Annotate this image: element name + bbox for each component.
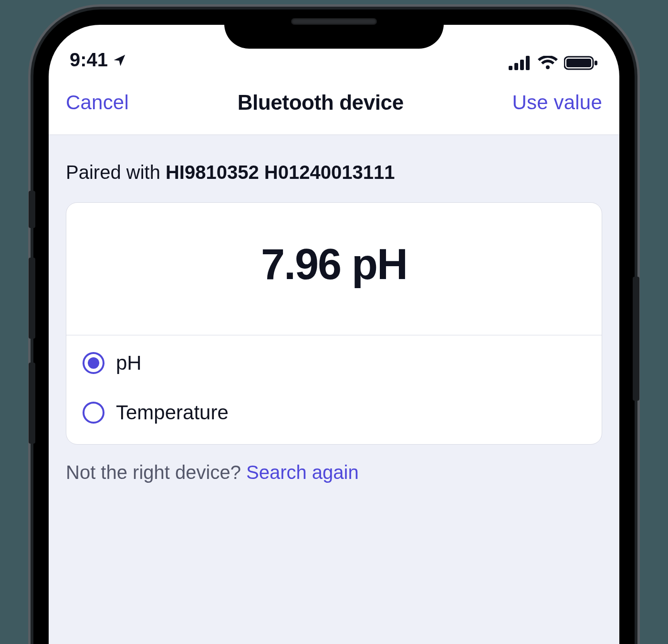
- option-label: pH: [116, 352, 142, 374]
- cancel-button[interactable]: Cancel: [66, 91, 129, 114]
- paired-status: Paired with HI9810352 H01240013111: [66, 162, 602, 183]
- clock-label: 9:41: [70, 49, 108, 71]
- svg-rect-2: [520, 60, 524, 70]
- status-time: 9:41: [70, 49, 127, 71]
- search-again-link[interactable]: Search again: [246, 462, 359, 483]
- mute-switch[interactable]: [29, 191, 35, 228]
- option-label: Temperature: [116, 401, 229, 424]
- paired-prefix: Paired with: [66, 162, 166, 183]
- footer-text: Not the right device?: [66, 462, 246, 483]
- svg-rect-0: [509, 66, 512, 70]
- device-notch: [224, 10, 444, 49]
- phone-frame: 9:41: [33, 10, 635, 644]
- content-panel: Paired with HI9810352 H01240013111 7.96 …: [49, 135, 619, 644]
- option-ph[interactable]: pH: [80, 345, 588, 381]
- power-button[interactable]: [633, 277, 639, 401]
- use-value-button[interactable]: Use value: [512, 91, 602, 114]
- navbar: Cancel Bluetooth device Use value: [49, 73, 619, 135]
- volume-down-button[interactable]: [29, 363, 35, 444]
- earpiece-speaker: [291, 18, 377, 25]
- svg-rect-3: [526, 56, 530, 70]
- reading-card: 7.96 pH pH Temperature: [66, 202, 602, 445]
- volume-up-button[interactable]: [29, 258, 35, 339]
- footer-prompt: Not the right device? Search again: [66, 462, 602, 483]
- battery-icon: [564, 55, 598, 71]
- svg-rect-6: [595, 61, 597, 65]
- reading-value: 7.96 pH: [261, 240, 407, 288]
- page-title: Bluetooth device: [238, 91, 404, 114]
- measurement-options: pH Temperature: [66, 335, 602, 444]
- svg-rect-1: [514, 63, 518, 70]
- wifi-icon: [537, 56, 558, 70]
- paired-device-id: HI9810352 H01240013111: [166, 162, 395, 183]
- reading-display: 7.96 pH: [66, 203, 602, 335]
- svg-rect-5: [566, 59, 591, 67]
- screen: 9:41: [49, 25, 619, 644]
- option-temperature[interactable]: Temperature: [80, 395, 588, 431]
- radio-icon: [83, 352, 104, 374]
- radio-icon: [83, 402, 104, 424]
- cellular-signal-icon: [509, 56, 532, 70]
- location-arrow-icon: [113, 53, 127, 67]
